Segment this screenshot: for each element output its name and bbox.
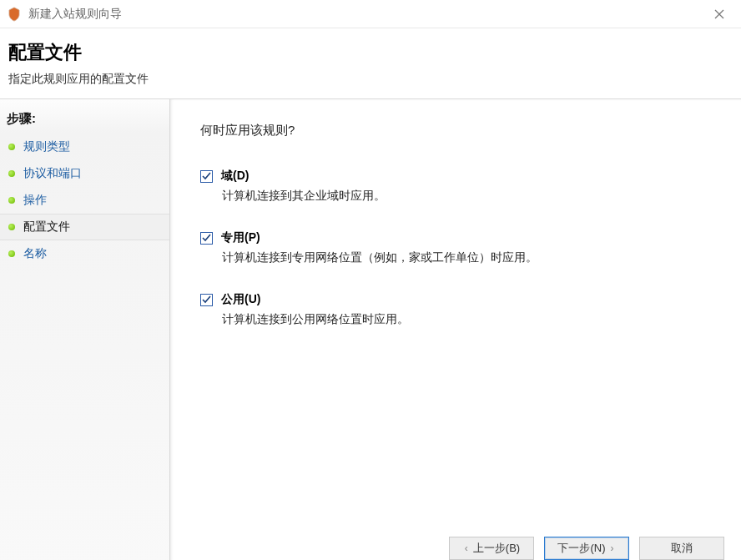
wizard-footer: ‹ 上一步(B) 下一步(N) › 取消 (170, 527, 741, 560)
back-button-label: 上一步(B) (473, 541, 520, 556)
bullet-icon (8, 144, 15, 150)
step-label: 配置文件 (23, 219, 70, 235)
app-icon (7, 7, 22, 22)
page-subtitle: 指定此规则应用的配置文件 (8, 72, 733, 87)
cancel-button[interactable]: 取消 (639, 537, 724, 560)
option-private-label: 专用(P) (221, 230, 260, 245)
close-button[interactable] (703, 0, 736, 28)
wizard-body: 步骤: 规则类型 协议和端口 操作 配置文件 名称 何时应用该规则? (0, 98, 741, 560)
content-area: 何时应用该规则? 域(D) 计算机连接到其企业域时应用。 专用(P) (170, 99, 741, 377)
option-private: 专用(P) 计算机连接到专用网络位置（例如，家或工作单位）时应用。 (200, 230, 711, 265)
chevron-right-icon: › (611, 542, 614, 554)
checkbox-private[interactable] (200, 232, 213, 245)
main-panel: 何时应用该规则? 域(D) 计算机连接到其企业域时应用。 专用(P) (170, 99, 741, 560)
titlebar: 新建入站规则向导 (0, 0, 741, 28)
option-public-desc: 计算机连接到公用网络位置时应用。 (222, 312, 711, 327)
steps-heading: 步骤: (0, 106, 169, 134)
option-domain-label: 域(D) (221, 169, 249, 184)
cancel-button-label: 取消 (671, 541, 693, 556)
steps-sidebar: 步骤: 规则类型 协议和端口 操作 配置文件 名称 (0, 99, 170, 560)
window-title: 新建入站规则向导 (28, 7, 122, 22)
bullet-icon (8, 197, 15, 204)
next-button-label: 下一步(N) (557, 541, 605, 556)
option-public: 公用(U) 计算机连接到公用网络位置时应用。 (200, 292, 711, 327)
step-action[interactable]: 操作 (0, 187, 169, 214)
option-public-label: 公用(U) (221, 292, 260, 307)
question-text: 何时应用该规则? (200, 123, 711, 139)
step-profile[interactable]: 配置文件 (0, 214, 169, 240)
step-name[interactable]: 名称 (0, 240, 169, 267)
bullet-icon (8, 224, 15, 230)
wizard-header: 配置文件 指定此规则应用的配置文件 (0, 28, 741, 98)
back-button[interactable]: ‹ 上一步(B) (449, 537, 534, 560)
page-title: 配置文件 (8, 40, 733, 65)
step-label: 名称 (23, 246, 47, 261)
bullet-icon (8, 170, 15, 177)
step-protocol-port[interactable]: 协议和端口 (0, 160, 169, 187)
option-domain-desc: 计算机连接到其企业域时应用。 (222, 189, 711, 204)
option-private-desc: 计算机连接到专用网络位置（例如，家或工作单位）时应用。 (222, 250, 711, 265)
checkbox-public[interactable] (200, 294, 213, 306)
bullet-icon (8, 250, 15, 257)
step-label: 规则类型 (23, 139, 70, 154)
step-label: 操作 (23, 193, 47, 208)
chevron-left-icon: ‹ (465, 542, 468, 554)
step-rule-type[interactable]: 规则类型 (0, 134, 169, 160)
step-label: 协议和端口 (23, 166, 82, 181)
checkbox-domain[interactable] (200, 170, 213, 183)
next-button[interactable]: 下一步(N) › (544, 537, 629, 560)
option-domain: 域(D) 计算机连接到其企业域时应用。 (200, 169, 711, 204)
